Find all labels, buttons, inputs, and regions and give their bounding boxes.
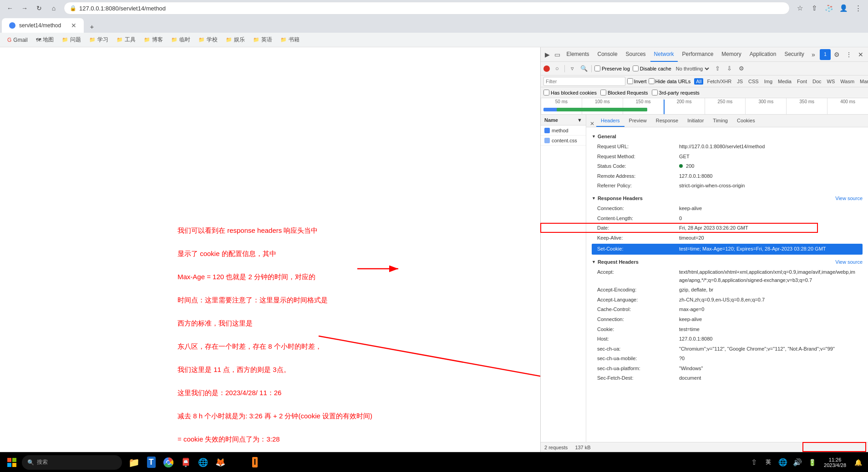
- close-devtools-icon[interactable]: ✕: [855, 49, 866, 60]
- tab-performance[interactable]: Performance: [679, 47, 717, 62]
- disable-cache-checkbox[interactable]: Disable cache: [633, 65, 671, 71]
- menu-icon[interactable]: ⋮: [852, 2, 864, 15]
- taskbar-kaspersky[interactable]: 🛡: [229, 454, 246, 471]
- bookmark-gmail[interactable]: G Gmail: [4, 36, 31, 44]
- resp-keep-alive-row: Keep-Alive: timeout=20: [592, 233, 863, 243]
- forward-button[interactable]: →: [18, 2, 31, 15]
- bookmark-map[interactable]: 🗺 地图: [32, 35, 57, 45]
- share-icon[interactable]: ⇧: [808, 2, 821, 15]
- detail-tab-headers[interactable]: Headers: [596, 115, 624, 127]
- filter-ws[interactable]: WS: [825, 78, 837, 85]
- bookmark-gongju[interactable]: 📁 工具: [113, 35, 139, 45]
- req-cache-control-row: Cache-Control: max-age=0: [592, 305, 863, 315]
- profile-icon[interactable]: 👤: [837, 2, 850, 15]
- response-headers-section: Response Headers View source: [592, 196, 863, 201]
- taskbar-tianyi[interactable]: 📮: [178, 454, 194, 471]
- import-har-icon[interactable]: ⇧: [713, 64, 722, 73]
- detail-tab-preview[interactable]: Preview: [624, 115, 651, 127]
- tab-memory[interactable]: Memory: [718, 47, 745, 62]
- tab-application[interactable]: Application: [746, 47, 780, 62]
- invert-checkbox[interactable]: Invert: [627, 78, 647, 84]
- filter-doc[interactable]: Doc: [811, 78, 823, 85]
- hide-data-urls-checkbox[interactable]: Hide data URLs: [649, 78, 691, 84]
- filter-wasm[interactable]: Wasm: [838, 78, 856, 85]
- filter-css[interactable]: CSS: [746, 78, 761, 85]
- taskbar-idea[interactable]: I: [247, 454, 263, 471]
- taskbar-edge[interactable]: 🌐: [195, 454, 211, 471]
- filter-manifest[interactable]: Manifest: [858, 78, 868, 85]
- throttle-select[interactable]: No throttling: [674, 64, 711, 73]
- detail-tab-cookies[interactable]: Cookies: [732, 115, 760, 127]
- taskbar-search[interactable]: 🔍 搜索: [22, 455, 122, 470]
- tray-up-icon[interactable]: ⇧: [747, 454, 760, 471]
- has-blocked-cookies-checkbox[interactable]: Has blocked cookies: [543, 90, 597, 95]
- bookmark-wenti[interactable]: 📁 问题: [58, 35, 85, 45]
- tray-lang[interactable]: 英: [762, 454, 775, 471]
- bookmark-yingyu[interactable]: 📁 英语: [249, 35, 276, 45]
- settings-network-icon[interactable]: ⚙: [737, 64, 746, 73]
- bookmark-yule[interactable]: 📁 娱乐: [222, 35, 249, 45]
- record-button[interactable]: [543, 65, 550, 72]
- devtools-more-icon[interactable]: ⋮: [843, 49, 854, 60]
- new-tab-button[interactable]: +: [86, 20, 98, 33]
- detail-tab-response[interactable]: Response: [651, 115, 683, 127]
- network-item-css[interactable]: content.css: [541, 136, 586, 146]
- name-sort-icon[interactable]: ▼: [577, 117, 582, 123]
- filter-all[interactable]: All: [694, 78, 703, 85]
- clear-button[interactable]: ○: [553, 64, 562, 73]
- network-item-method[interactable]: method: [541, 126, 586, 136]
- notification-icon[interactable]: 1: [820, 49, 831, 60]
- third-party-checkbox[interactable]: 3rd-party requests: [652, 90, 700, 95]
- export-har-icon[interactable]: ⇩: [725, 64, 734, 73]
- extension-puzzle-icon[interactable]: 🧦: [822, 2, 835, 15]
- bookmark-linshi[interactable]: 📁 临时: [168, 35, 194, 45]
- taskbar-file-explorer[interactable]: 📁: [126, 454, 142, 471]
- back-button[interactable]: ←: [4, 2, 16, 15]
- filter-js[interactable]: JS: [735, 78, 745, 85]
- filter-img[interactable]: Img: [762, 78, 774, 85]
- filter-media[interactable]: Media: [776, 78, 793, 85]
- taskbar-clock[interactable]: 11:26 2023/4/28: [820, 457, 850, 468]
- bookmark-shuji[interactable]: 📁 书籍: [277, 35, 303, 45]
- inspect-element-icon[interactable]: ▶: [543, 49, 552, 60]
- filter-input[interactable]: [543, 77, 625, 86]
- tab-security[interactable]: Security: [781, 47, 807, 62]
- response-view-source[interactable]: View source: [835, 196, 863, 201]
- detail-tab-timing[interactable]: Timing: [708, 115, 732, 127]
- settings-icon[interactable]: ⚙: [832, 49, 843, 60]
- tab-close-button[interactable]: ✕: [71, 22, 76, 29]
- tab-sources[interactable]: Sources: [622, 47, 650, 62]
- preserve-log-checkbox[interactable]: Preserve log: [594, 65, 630, 71]
- search-network-icon[interactable]: 🔍: [579, 64, 589, 73]
- start-button[interactable]: [4, 454, 20, 471]
- blocked-requests-checkbox[interactable]: Blocked Requests: [600, 90, 648, 95]
- tab-elements[interactable]: Elements: [563, 47, 593, 62]
- tray-battery[interactable]: 🔋: [806, 454, 818, 471]
- tab-console[interactable]: Console: [594, 47, 621, 62]
- notification-center-icon[interactable]: 🔔: [852, 454, 864, 471]
- address-bar[interactable]: 🔒 127.0.0.1:8080/servlet14/method: [64, 2, 790, 15]
- request-view-source[interactable]: View source: [835, 259, 863, 265]
- bookmark-star-icon[interactable]: ☆: [793, 2, 806, 15]
- taskbar-chrome[interactable]: [160, 454, 177, 471]
- filter-font[interactable]: Font: [795, 78, 809, 85]
- taskbar-typora[interactable]: T: [143, 454, 159, 471]
- bookmark-boke[interactable]: 📁 博客: [140, 35, 167, 45]
- bookmark-xuexiao[interactable]: 📁 学校: [195, 35, 221, 45]
- detail-tab-initiator[interactable]: Initiator: [683, 115, 708, 127]
- tray-network[interactable]: 🌐: [777, 454, 789, 471]
- filter-toggle[interactable]: ▿: [568, 64, 577, 73]
- active-tab[interactable]: servlet14/method ✕: [2, 18, 84, 33]
- gmail-icon: G: [7, 37, 11, 43]
- tray-volume[interactable]: 🔊: [791, 454, 804, 471]
- bookmark-xuexi[interactable]: 📁 学习: [86, 35, 112, 45]
- tab-network[interactable]: Network: [650, 47, 678, 62]
- refresh-button[interactable]: ↻: [33, 2, 46, 15]
- taskbar-firefox[interactable]: 🦊: [212, 454, 228, 471]
- detail-close-icon[interactable]: ✕: [590, 121, 594, 127]
- device-toolbar-icon[interactable]: ▭: [553, 49, 562, 60]
- home-button[interactable]: ⌂: [47, 2, 60, 15]
- bookmark-label: 英语: [261, 36, 272, 44]
- filter-fetch-xhr[interactable]: Fetch/XHR: [705, 78, 733, 85]
- more-tabs-icon[interactable]: »: [809, 49, 818, 60]
